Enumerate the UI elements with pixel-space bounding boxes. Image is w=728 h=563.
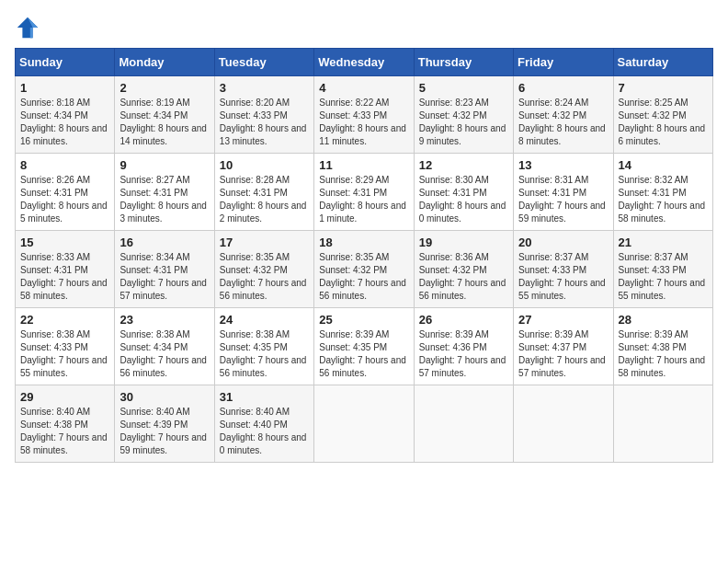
- cell-info: Sunrise: 8:38 AMSunset: 4:34 PMDaylight:…: [119, 328, 209, 380]
- logo-icon: [15, 15, 40, 40]
- day-cell: 23 Sunrise: 8:38 AMSunset: 4:34 PMDaylig…: [115, 308, 214, 385]
- day-number: 27: [518, 313, 608, 327]
- day-cell: 7 Sunrise: 8:25 AMSunset: 4:32 PMDayligh…: [613, 76, 712, 154]
- day-cell: [514, 385, 613, 463]
- day-number: 26: [419, 313, 508, 327]
- cell-info: Sunrise: 8:40 AMSunset: 4:39 PMDaylight:…: [119, 406, 209, 457]
- day-number: 7: [619, 81, 708, 95]
- day-cell: 26 Sunrise: 8:39 AMSunset: 4:36 PMDaylig…: [414, 308, 513, 385]
- day-cell: 24 Sunrise: 8:38 AMSunset: 4:35 PMDaylig…: [214, 308, 313, 385]
- cell-info: Sunrise: 8:29 AMSunset: 4:31 PMDaylight:…: [319, 174, 408, 225]
- day-number: 15: [20, 236, 109, 249]
- weekday-header-row: SundayMondayTuesdayWednesdayThursdayFrid…: [16, 49, 713, 76]
- calendar-table: SundayMondayTuesdayWednesdayThursdayFrid…: [15, 48, 713, 463]
- day-number: 21: [619, 236, 708, 249]
- day-cell: 15 Sunrise: 8:33 AMSunset: 4:31 PMDaylig…: [16, 231, 115, 308]
- week-row-3: 15 Sunrise: 8:33 AMSunset: 4:31 PMDaylig…: [16, 231, 713, 308]
- day-number: 6: [518, 81, 608, 95]
- weekday-header-wednesday: Wednesday: [314, 49, 414, 76]
- cell-info: Sunrise: 8:40 AMSunset: 4:40 PMDaylight:…: [220, 406, 309, 457]
- logo: [15, 15, 44, 40]
- cell-info: Sunrise: 8:33 AMSunset: 4:31 PMDaylight:…: [20, 251, 109, 303]
- cell-info: Sunrise: 8:40 AMSunset: 4:38 PMDaylight:…: [20, 406, 109, 457]
- day-number: 4: [319, 81, 408, 95]
- cell-info: Sunrise: 8:37 AMSunset: 4:33 PMDaylight:…: [518, 251, 608, 303]
- day-number: 19: [419, 236, 508, 249]
- day-number: 13: [518, 158, 608, 172]
- day-cell: 4 Sunrise: 8:22 AMSunset: 4:33 PMDayligh…: [314, 76, 414, 154]
- cell-info: Sunrise: 8:25 AMSunset: 4:32 PMDaylight:…: [619, 97, 708, 148]
- day-number: 31: [220, 390, 309, 404]
- day-number: 8: [20, 158, 109, 172]
- day-number: 20: [518, 236, 608, 249]
- cell-info: Sunrise: 8:20 AMSunset: 4:33 PMDaylight:…: [220, 97, 309, 148]
- cell-info: Sunrise: 8:35 AMSunset: 4:32 PMDaylight:…: [220, 251, 309, 303]
- cell-info: Sunrise: 8:39 AMSunset: 4:35 PMDaylight:…: [319, 328, 408, 380]
- day-cell: 19 Sunrise: 8:36 AMSunset: 4:32 PMDaylig…: [414, 231, 513, 308]
- header: [15, 15, 713, 40]
- week-row-5: 29 Sunrise: 8:40 AMSunset: 4:38 PMDaylig…: [16, 385, 713, 463]
- cell-info: Sunrise: 8:35 AMSunset: 4:32 PMDaylight:…: [319, 251, 408, 303]
- weekday-header-sunday: Sunday: [16, 49, 115, 76]
- day-cell: 3 Sunrise: 8:20 AMSunset: 4:33 PMDayligh…: [214, 76, 313, 154]
- day-cell: 21 Sunrise: 8:37 AMSunset: 4:33 PMDaylig…: [613, 231, 712, 308]
- cell-info: Sunrise: 8:38 AMSunset: 4:33 PMDaylight:…: [20, 328, 109, 380]
- day-cell: 10 Sunrise: 8:28 AMSunset: 4:31 PMDaylig…: [214, 154, 313, 231]
- weekday-header-monday: Monday: [115, 49, 214, 76]
- cell-info: Sunrise: 8:23 AMSunset: 4:32 PMDaylight:…: [419, 97, 508, 148]
- day-cell: 8 Sunrise: 8:26 AMSunset: 4:31 PMDayligh…: [16, 154, 115, 231]
- day-cell: [314, 385, 414, 463]
- day-cell: 28 Sunrise: 8:39 AMSunset: 4:38 PMDaylig…: [613, 308, 712, 385]
- day-cell: 1 Sunrise: 8:18 AMSunset: 4:34 PMDayligh…: [16, 76, 115, 154]
- week-row-1: 1 Sunrise: 8:18 AMSunset: 4:34 PMDayligh…: [16, 76, 713, 154]
- day-number: 18: [319, 236, 408, 249]
- cell-info: Sunrise: 8:24 AMSunset: 4:32 PMDaylight:…: [518, 97, 608, 148]
- day-number: 24: [220, 313, 309, 327]
- cell-info: Sunrise: 8:39 AMSunset: 4:36 PMDaylight:…: [419, 328, 508, 380]
- day-number: 14: [619, 158, 708, 172]
- day-cell: 29 Sunrise: 8:40 AMSunset: 4:38 PMDaylig…: [16, 385, 115, 463]
- week-row-4: 22 Sunrise: 8:38 AMSunset: 4:33 PMDaylig…: [16, 308, 713, 385]
- cell-info: Sunrise: 8:31 AMSunset: 4:31 PMDaylight:…: [518, 174, 608, 225]
- cell-info: Sunrise: 8:38 AMSunset: 4:35 PMDaylight:…: [220, 328, 309, 380]
- day-cell: 2 Sunrise: 8:19 AMSunset: 4:34 PMDayligh…: [115, 76, 214, 154]
- day-number: 3: [220, 81, 309, 95]
- day-number: 9: [119, 158, 209, 172]
- day-cell: [414, 385, 513, 463]
- cell-info: Sunrise: 8:39 AMSunset: 4:37 PMDaylight:…: [518, 328, 608, 380]
- day-cell: 16 Sunrise: 8:34 AMSunset: 4:31 PMDaylig…: [115, 231, 214, 308]
- day-number: 29: [20, 390, 109, 404]
- weekday-header-thursday: Thursday: [414, 49, 513, 76]
- cell-info: Sunrise: 8:39 AMSunset: 4:38 PMDaylight:…: [619, 328, 708, 380]
- cell-info: Sunrise: 8:28 AMSunset: 4:31 PMDaylight:…: [220, 174, 309, 225]
- day-number: 5: [419, 81, 508, 95]
- cell-info: Sunrise: 8:27 AMSunset: 4:31 PMDaylight:…: [119, 174, 209, 225]
- cell-info: Sunrise: 8:36 AMSunset: 4:32 PMDaylight:…: [419, 251, 508, 303]
- week-row-2: 8 Sunrise: 8:26 AMSunset: 4:31 PMDayligh…: [16, 154, 713, 231]
- cell-info: Sunrise: 8:32 AMSunset: 4:31 PMDaylight:…: [619, 174, 708, 225]
- weekday-header-friday: Friday: [514, 49, 613, 76]
- day-number: 22: [20, 313, 109, 327]
- day-number: 17: [220, 236, 309, 249]
- day-cell: 25 Sunrise: 8:39 AMSunset: 4:35 PMDaylig…: [314, 308, 414, 385]
- day-number: 11: [319, 158, 408, 172]
- day-number: 2: [119, 81, 209, 95]
- weekday-header-saturday: Saturday: [613, 49, 712, 76]
- cell-info: Sunrise: 8:26 AMSunset: 4:31 PMDaylight:…: [20, 174, 109, 225]
- day-cell: 20 Sunrise: 8:37 AMSunset: 4:33 PMDaylig…: [514, 231, 613, 308]
- day-cell: 14 Sunrise: 8:32 AMSunset: 4:31 PMDaylig…: [613, 154, 712, 231]
- day-cell: 30 Sunrise: 8:40 AMSunset: 4:39 PMDaylig…: [115, 385, 214, 463]
- day-number: 10: [220, 158, 309, 172]
- day-number: 30: [119, 390, 209, 404]
- cell-info: Sunrise: 8:30 AMSunset: 4:31 PMDaylight:…: [419, 174, 508, 225]
- day-number: 25: [319, 313, 408, 327]
- day-cell: 13 Sunrise: 8:31 AMSunset: 4:31 PMDaylig…: [514, 154, 613, 231]
- day-number: 23: [119, 313, 209, 327]
- day-number: 16: [119, 236, 209, 249]
- day-cell: 9 Sunrise: 8:27 AMSunset: 4:31 PMDayligh…: [115, 154, 214, 231]
- day-number: 28: [619, 313, 708, 327]
- day-cell: 6 Sunrise: 8:24 AMSunset: 4:32 PMDayligh…: [514, 76, 613, 154]
- weekday-header-tuesday: Tuesday: [214, 49, 313, 76]
- cell-info: Sunrise: 8:34 AMSunset: 4:31 PMDaylight:…: [119, 251, 209, 303]
- day-cell: 12 Sunrise: 8:30 AMSunset: 4:31 PMDaylig…: [414, 154, 513, 231]
